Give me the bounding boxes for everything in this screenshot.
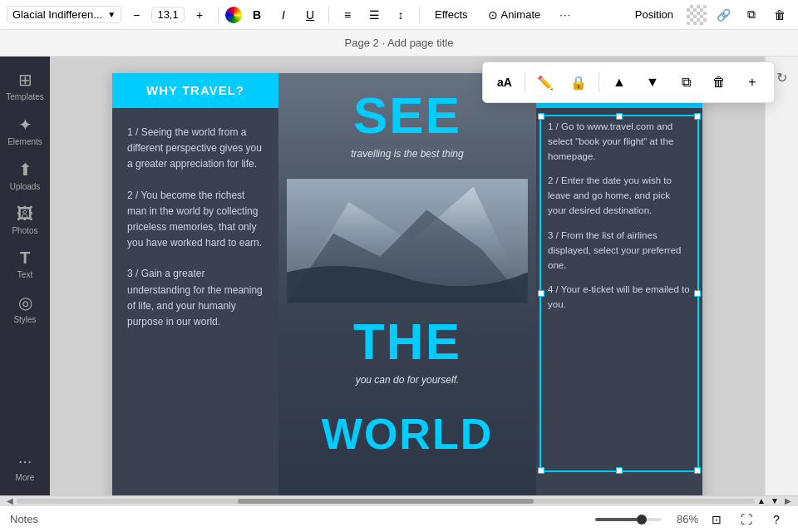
horizontal-scrollbar[interactable]: ◀ ▲ ▼ ▶ bbox=[0, 495, 798, 505]
design-doc[interactable]: WHY TRAVEL? 1 / Seeing the world from a … bbox=[112, 73, 702, 495]
font-selector[interactable]: Glacial Indifferen... ▼ bbox=[7, 6, 121, 23]
styles-icon: ◎ bbox=[18, 293, 32, 313]
separator-2 bbox=[328, 7, 329, 23]
transparency-button[interactable] bbox=[687, 5, 707, 25]
zoom-label: 86% bbox=[668, 513, 698, 525]
right-body-para-4: 4 / Your e-ticket will be emailed to you… bbox=[548, 283, 691, 313]
handle-bl[interactable] bbox=[538, 467, 544, 474]
left-body-para-2: 2 / You become the richest man in the wo… bbox=[127, 188, 264, 252]
scroll-thumb-h[interactable] bbox=[238, 499, 533, 504]
trash-popup-button[interactable]: 🗑 bbox=[706, 69, 732, 96]
separator-1 bbox=[218, 7, 219, 23]
right-column-body[interactable]: 1 / Go to www.travel.com and select "boo… bbox=[536, 108, 702, 495]
fit-page-button[interactable]: ⊡ bbox=[705, 508, 728, 531]
copy-popup-button[interactable]: ⧉ bbox=[672, 69, 699, 96]
handle-tm[interactable] bbox=[616, 113, 623, 120]
font-size-input[interactable] bbox=[155, 8, 180, 21]
sub-text-2: you can do for yourself. bbox=[356, 374, 460, 386]
brush-popup-button[interactable]: ✏️ bbox=[532, 69, 559, 96]
more-icon: ··· bbox=[18, 451, 32, 470]
handle-mr[interactable] bbox=[694, 290, 701, 297]
animate-icon: ⊙ bbox=[488, 8, 498, 22]
left-body-para-1: 1 / Seeing the world from a different pe… bbox=[127, 125, 264, 173]
sidebar-item-photos[interactable]: 🖼 Photos bbox=[3, 200, 47, 240]
left-body-para-3: 3 / Gain a greater understanding for the… bbox=[127, 266, 264, 330]
font-name-label: Glacial Indifferen... bbox=[12, 8, 102, 21]
world-text: WORLD bbox=[322, 409, 493, 459]
sidebar-label-styles: Styles bbox=[13, 315, 36, 324]
position-button[interactable]: Position bbox=[627, 5, 682, 24]
left-column: WHY TRAVEL? 1 / Seeing the world from a … bbox=[112, 73, 278, 495]
uploads-icon: ⬆ bbox=[18, 160, 32, 180]
separator-3 bbox=[419, 7, 420, 23]
text-size-icon: aA bbox=[497, 76, 512, 89]
font-size-decrease-button[interactable]: − bbox=[125, 3, 148, 27]
effects-button[interactable]: Effects bbox=[426, 5, 476, 24]
scroll-track-h[interactable] bbox=[17, 499, 755, 504]
right-panel: ↻ bbox=[765, 57, 798, 495]
down-arrow-popup-button[interactable]: ▼ bbox=[639, 69, 666, 96]
sub-text-1: travelling is the best thing bbox=[351, 148, 463, 160]
font-dropdown-icon: ▼ bbox=[107, 10, 116, 19]
text-color-button[interactable] bbox=[225, 7, 242, 23]
zoom-thumb[interactable] bbox=[637, 515, 647, 525]
sidebar-label-uploads: Uploads bbox=[10, 182, 41, 191]
handle-br[interactable] bbox=[694, 467, 701, 474]
doc-grid: WHY TRAVEL? 1 / Seeing the world from a … bbox=[112, 73, 702, 495]
right-body-para-2: 2 / Enter the date you wish to leave and… bbox=[548, 174, 691, 218]
underline-button[interactable]: U bbox=[298, 3, 322, 27]
popup-separator-2 bbox=[598, 72, 599, 92]
zoom-track[interactable] bbox=[595, 518, 662, 521]
handle-tr[interactable] bbox=[694, 113, 701, 120]
add-popup-button[interactable]: + bbox=[739, 69, 766, 96]
design-document: WHY TRAVEL? 1 / Seeing the world from a … bbox=[112, 73, 702, 495]
left-header-text: WHY TRAVEL? bbox=[146, 83, 244, 97]
left-column-header: WHY TRAVEL? bbox=[112, 73, 278, 108]
text-size-popup-button[interactable]: aA bbox=[491, 69, 518, 96]
more-button[interactable]: ··· bbox=[552, 3, 579, 27]
list-button[interactable]: ☰ bbox=[362, 3, 386, 27]
bottom-right-controls: ⊡ ⛶ ? bbox=[705, 508, 788, 531]
font-size-increase-button[interactable]: + bbox=[188, 3, 211, 27]
align-button[interactable]: ≡ bbox=[336, 3, 359, 27]
sidebar-label-elements: Elements bbox=[7, 137, 42, 146]
canvas-area[interactable]: WHY TRAVEL? 1 / Seeing the world from a … bbox=[50, 57, 765, 495]
sidebar-item-uploads[interactable]: ⬆ Uploads bbox=[3, 155, 47, 196]
right-column: BOOK NOW! bbox=[536, 73, 702, 495]
mountain-svg bbox=[287, 175, 528, 308]
italic-button[interactable]: I bbox=[272, 3, 295, 27]
fullscreen-button[interactable]: ⛶ bbox=[735, 508, 758, 531]
sidebar-item-text[interactable]: T Text bbox=[3, 244, 47, 284]
help-button[interactable]: ? bbox=[765, 508, 788, 531]
right-body-para-1: 1 / Go to www.travel.com and select "boo… bbox=[548, 120, 691, 164]
sidebar-item-more[interactable]: ··· More bbox=[3, 446, 47, 487]
handle-ml[interactable] bbox=[538, 290, 544, 297]
font-size-control bbox=[151, 7, 185, 22]
toolbar-right: Position 🔗 ⧉ 🗑 bbox=[627, 3, 791, 27]
sidebar: ⊞ Templates ✦ Elements ⬆ Uploads 🖼 Photo… bbox=[0, 57, 50, 495]
right-body-para-3: 3 / From the list of airlines displayed,… bbox=[548, 229, 691, 273]
lock-popup-button[interactable]: 🔒 bbox=[565, 69, 592, 96]
link-button[interactable]: 🔗 bbox=[712, 3, 735, 27]
zoom-slider[interactable] bbox=[595, 518, 662, 521]
top-toolbar: Glacial Indifferen... ▼ − + B I U ≡ ☰ ↕ … bbox=[0, 0, 798, 30]
sidebar-item-elements[interactable]: ✦ Elements bbox=[3, 110, 47, 151]
sidebar-label-text: Text bbox=[17, 270, 32, 279]
sidebar-label-photos: Photos bbox=[12, 226, 37, 235]
bottom-bar: Notes 86% ⊡ ⛶ ? bbox=[0, 505, 798, 532]
text-format-popup: aA ✏️ 🔒 ▲ ▼ ⧉ 🗑 + bbox=[482, 62, 775, 103]
duplicate-button[interactable]: ⧉ bbox=[740, 3, 763, 27]
animate-button[interactable]: ⊙ Animate bbox=[480, 5, 549, 25]
left-column-body: 1 / Seeing the world from a different pe… bbox=[112, 108, 278, 495]
bold-button[interactable]: B bbox=[245, 3, 268, 27]
handle-bm[interactable] bbox=[616, 467, 623, 474]
sidebar-item-templates[interactable]: ⊞ Templates bbox=[3, 65, 47, 106]
up-arrow-popup-button[interactable]: ▲ bbox=[606, 69, 633, 96]
page-breadcrumb: Page 2 · Add page title bbox=[8, 37, 790, 49]
spacing-button[interactable]: ↕ bbox=[389, 3, 412, 27]
sidebar-item-styles[interactable]: ◎ Styles bbox=[3, 288, 47, 329]
popup-separator-1 bbox=[525, 72, 525, 92]
delete-button[interactable]: 🗑 bbox=[768, 3, 791, 27]
text-icon: T bbox=[20, 249, 30, 268]
handle-tl[interactable] bbox=[538, 113, 544, 120]
